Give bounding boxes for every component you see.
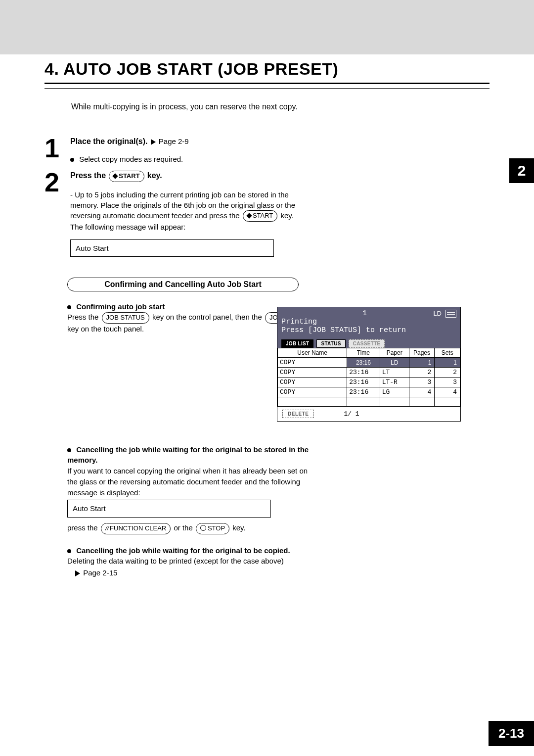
page-indicator: 1/ 1 (344, 410, 359, 418)
step-2-number: 2 (44, 170, 70, 256)
table-row[interactable]: COPY 23:16 LG 4 4 (278, 387, 460, 397)
job-status-screen: 1 LD Printing Press [JOB STATUS] to retu… (277, 307, 461, 422)
cancel-store-after2: or the (174, 523, 195, 532)
cancel-store-block: Cancelling the job while waiting for the… (67, 444, 314, 534)
cancel-store-body: If you want to cancel copying the origin… (67, 466, 314, 498)
cell-user: COPY (278, 387, 347, 397)
cell-time: 23:16 (347, 368, 380, 378)
cell-pages: 1 (409, 358, 435, 368)
step-1-sub: Select copy modes as required. (79, 155, 183, 163)
confirm-text-b: key on the control panel, then the (152, 313, 264, 321)
th-paper: Paper (380, 348, 409, 358)
stop-icon (200, 525, 206, 531)
stop-key: STOP (196, 523, 229, 534)
th-time: Time (347, 348, 380, 358)
cancel-store-after3: key. (232, 523, 245, 532)
cancel-copy-body: Deleting the data waiting to be printed … (67, 556, 314, 567)
cell-time: 23:16 (347, 387, 380, 397)
step-1-pageref: Page 2-9 (159, 137, 189, 145)
title-underline-thin (44, 88, 490, 89)
page-number: 2-13 (489, 721, 534, 746)
table-row[interactable]: COPY 23:16 LT 2 2 (278, 368, 460, 378)
cancel-copy-block: Cancelling the job while waiting for the… (67, 545, 314, 578)
cell-user: COPY (278, 358, 347, 368)
diamond-icon (113, 173, 118, 179)
bullet-icon (67, 549, 71, 553)
intro-text: While multi-copying is in process, you c… (71, 102, 490, 111)
tab-status[interactable]: STATUS (316, 339, 345, 348)
start-key-inline: START (243, 210, 277, 221)
cell-pages: 3 (409, 378, 435, 387)
cell-paper: LT (380, 368, 409, 378)
screen-ld-label: LD (433, 310, 442, 317)
cell-sets: 2 (435, 368, 460, 378)
confirm-text-a: Press the (67, 313, 101, 321)
arrow-icon (75, 570, 80, 576)
stop-key-label: STOP (208, 524, 225, 532)
bullet-icon (67, 448, 71, 452)
top-band (0, 0, 534, 54)
cell-time: 23:16 (347, 358, 380, 368)
table-row[interactable]: COPY 23:16 LT-R 3 3 (278, 378, 460, 387)
job-status-key: JOB STATUS (102, 312, 149, 324)
table-row[interactable]: COPY 23:16 LD 1 1 (278, 358, 460, 368)
confirm-head: Confirming auto job start (76, 302, 165, 311)
start-key-label: START (119, 172, 139, 180)
diamond-icon (246, 213, 252, 218)
cell-paper: LD (380, 358, 409, 368)
bullet-icon (67, 305, 71, 309)
auto-start-box-2: Auto Start (67, 500, 271, 518)
slashes-icon: // (105, 524, 109, 532)
screen-line2: Press [JOB STATUS] to return (281, 326, 456, 334)
confirm-text-c: key on the touch panel. (67, 325, 144, 333)
cell-sets: 4 (435, 387, 460, 397)
step-1-number: 1 (44, 136, 70, 164)
th-user: User Name (278, 348, 347, 358)
screen-top-number: 1 (296, 309, 433, 318)
step-1: 1 Place the original(s). Page 2-9 Select… (44, 136, 302, 164)
th-pages: Pages (409, 348, 435, 358)
step-2: 2 Press the START key. - Up to 5 jobs in… (44, 170, 302, 256)
arrow-icon (151, 139, 156, 145)
page-title: 4. AUTO JOB START (JOB PRESET) (44, 59, 490, 79)
cancel-store-after1: press the (67, 523, 100, 532)
cell-paper: LT-R (380, 378, 409, 387)
th-sets: Sets (435, 348, 460, 358)
job-table: User Name Time Paper Pages Sets COPY 23:… (277, 348, 460, 407)
table-row (278, 397, 460, 407)
step-2-head-prefix: Press the (70, 171, 106, 180)
step-1-head: Place the original(s). (70, 137, 147, 145)
start-key: START (109, 171, 144, 182)
section-heading: Confirming and Cancelling Auto Job Start (67, 278, 299, 291)
cell-pages: 4 (409, 387, 435, 397)
cell-pages: 2 (409, 368, 435, 378)
cancel-store-head: Cancelling the job while waiting for the… (67, 445, 309, 465)
side-tab: 2 (509, 158, 534, 183)
function-clear-key: //FUNCTION CLEAR (101, 523, 171, 534)
title-underline-thick (44, 83, 490, 84)
cell-sets: 3 (435, 378, 460, 387)
cancel-copy-pageref: Page 2-15 (83, 568, 117, 577)
auto-start-box-1: Auto Start (70, 239, 274, 257)
cell-paper: LG (380, 387, 409, 397)
cell-user: COPY (278, 378, 347, 387)
step-2-head-suffix: key. (147, 171, 162, 180)
bullet-icon (70, 158, 74, 162)
function-clear-label: FUNCTION CLEAR (110, 524, 166, 532)
cell-sets: 1 (435, 358, 460, 368)
paper-icon (445, 310, 456, 318)
tab-job-list[interactable]: JOB LIST (281, 339, 313, 348)
tab-cassette: CASSETTE (349, 339, 385, 348)
cancel-copy-head: Cancelling the job while waiting for the… (76, 546, 290, 555)
screen-line1: Printing (281, 318, 456, 326)
cell-user: COPY (278, 368, 347, 378)
delete-button[interactable]: DELETE (282, 410, 314, 418)
start-key-inline-label: START (253, 212, 273, 219)
cell-time: 23:16 (347, 378, 380, 387)
